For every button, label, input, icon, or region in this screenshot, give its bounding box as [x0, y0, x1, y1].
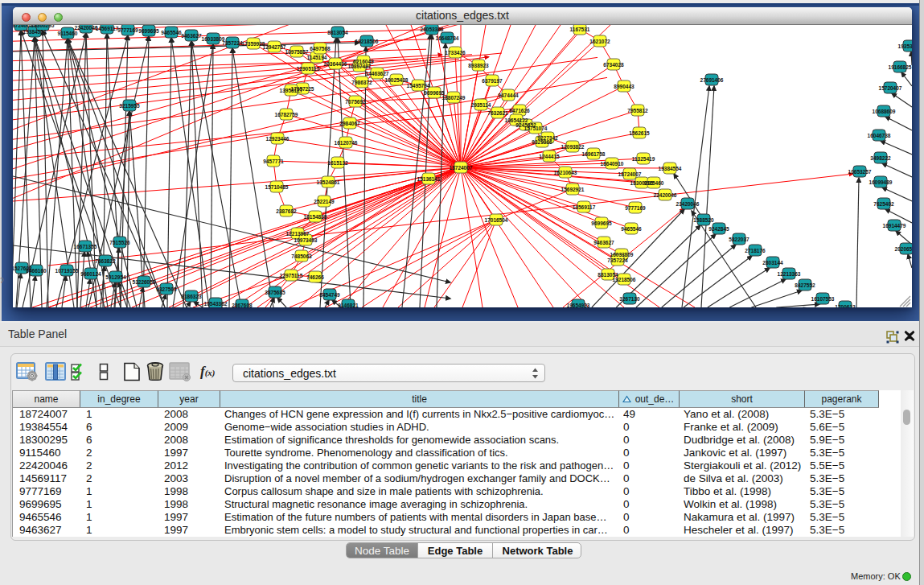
svg-text:3267130: 3267130: [619, 296, 640, 302]
svg-text:22420046: 22420046: [75, 25, 98, 31]
svg-text:9465546: 9465546: [621, 226, 642, 232]
svg-text:10807487: 10807487: [348, 64, 372, 69]
svg-text:19218506: 19218506: [355, 39, 379, 44]
svg-text:2803144: 2803144: [762, 260, 783, 266]
svg-text:5912954: 5912954: [105, 274, 126, 280]
svg-text:12213363: 12213363: [778, 271, 801, 277]
svg-text:19353594: 19353594: [898, 43, 912, 49]
svg-text:18724007: 18724007: [450, 165, 473, 171]
svg-text:9777169: 9777169: [625, 205, 646, 211]
svg-text:6466160: 6466160: [26, 268, 47, 274]
svg-text:1167531: 1167531: [570, 27, 590, 32]
svg-text:8471626: 8471626: [509, 108, 530, 113]
svg-text:16107553: 16107553: [811, 296, 835, 302]
svg-text:2867608: 2867608: [232, 303, 253, 308]
svg-text:26053346: 26053346: [421, 27, 444, 32]
svg-text:1733426: 1733426: [445, 50, 466, 56]
svg-text:16046738: 16046738: [868, 133, 891, 138]
svg-text:3875685: 3875685: [265, 290, 285, 295]
svg-text:9465546: 9465546: [161, 30, 182, 35]
svg-text:9699695: 9699695: [138, 28, 159, 34]
svg-text:16671355: 16671355: [74, 244, 97, 249]
svg-text:2718176: 2718176: [745, 248, 766, 253]
svg-text:17016504: 17016504: [485, 217, 508, 223]
svg-text:2522149: 2522149: [314, 199, 335, 204]
svg-text:1145194: 1145194: [307, 55, 327, 60]
svg-text:16961758: 16961758: [582, 151, 606, 157]
svg-text:19166825: 19166825: [889, 64, 912, 70]
svg-text:18724007: 18724007: [618, 171, 642, 177]
svg-text:14569117: 14569117: [573, 204, 596, 210]
svg-text:7663822: 7663822: [95, 258, 116, 264]
svg-text:14463627: 14463627: [366, 71, 389, 76]
svg-text:53226058: 53226058: [133, 279, 156, 285]
svg-text:10543362: 10543362: [204, 301, 228, 307]
svg-text:7357224: 7357224: [607, 257, 628, 263]
svg-text:2984067: 2984067: [339, 121, 360, 126]
svg-text:9463627: 9463627: [593, 240, 614, 245]
svg-text:10025438: 10025438: [385, 77, 409, 83]
svg-text:8938923: 8938923: [468, 63, 489, 68]
svg-text:15710485: 15710485: [265, 184, 289, 190]
svg-text:2935114: 2935114: [471, 102, 491, 108]
svg-text:12975115: 12975115: [280, 273, 303, 278]
svg-text:12905115: 12905115: [297, 66, 320, 72]
svg-text:16914479: 16914479: [883, 223, 906, 229]
svg-text:19654933: 19654933: [567, 303, 590, 308]
svg-text:6216049: 6216049: [353, 59, 374, 64]
svg-text:7357224: 7357224: [222, 40, 243, 46]
svg-text:7632621: 7632621: [487, 110, 508, 116]
svg-text:9474444: 9474444: [498, 93, 519, 98]
svg-text:20364436: 20364436: [324, 61, 347, 67]
svg-text:19384554: 19384554: [659, 166, 682, 171]
svg-text:16210643: 16210643: [554, 170, 577, 175]
svg-text:16782759: 16782759: [275, 112, 298, 117]
svg-text:8813054: 8813054: [327, 30, 348, 35]
svg-text:15720407: 15720407: [879, 85, 902, 91]
svg-text:5822037: 5822037: [729, 237, 749, 242]
svg-text:9115460: 9115460: [58, 31, 78, 36]
svg-text:9699695: 9699695: [591, 220, 612, 226]
svg-text:18724007: 18724007: [13, 25, 33, 28]
svg-text:16120746: 16120746: [335, 140, 358, 146]
svg-text:10975857: 10975857: [285, 49, 309, 55]
svg-text:7986372: 7986372: [351, 80, 372, 85]
svg-text:10719155: 10719155: [55, 268, 79, 274]
svg-text:22420046: 22420046: [654, 192, 677, 198]
svg-text:9146821: 9146821: [338, 303, 359, 308]
svg-text:19384554: 19384554: [23, 29, 47, 35]
svg-text:13524861: 13524861: [317, 179, 340, 185]
svg-text:1588520: 1588520: [693, 217, 714, 223]
svg-text:1244415: 1244415: [539, 154, 560, 159]
svg-text:3498222: 3498222: [870, 155, 891, 161]
svg-text:15495794: 15495794: [407, 83, 430, 89]
svg-text:746266: 746266: [306, 274, 324, 280]
svg-text:12942757: 12942757: [263, 44, 286, 50]
svg-text:9457771: 9457771: [263, 159, 284, 164]
svg-text:12213967: 12213967: [286, 231, 310, 237]
svg-text:13958127: 13958127: [280, 88, 303, 93]
svg-text:10973493: 10973493: [294, 237, 318, 243]
svg-text:6734028: 6734028: [603, 62, 624, 68]
svg-text:9660124: 9660124: [80, 271, 101, 277]
svg-text:15751074: 15751074: [524, 126, 548, 131]
svg-text:9463627: 9463627: [181, 33, 202, 39]
svg-text:8454749: 8454749: [319, 292, 340, 298]
svg-text:12093822: 12093822: [561, 144, 585, 150]
svg-text:14569117: 14569117: [96, 26, 119, 31]
svg-text:16648784: 16648784: [436, 35, 459, 41]
svg-text:11325419: 11325419: [632, 156, 655, 162]
svg-text:27691406: 27691406: [700, 77, 724, 83]
svg-text:16154838: 16154838: [304, 214, 327, 220]
svg-text:9242845: 9242845: [708, 226, 729, 232]
svg-text:1621072: 1621072: [589, 39, 610, 44]
svg-text:9227342: 9227342: [537, 135, 558, 141]
svg-text:1700612: 1700612: [835, 304, 856, 308]
svg-text:8186323: 8186323: [181, 294, 202, 299]
svg-text:7955812: 7955812: [627, 108, 648, 113]
svg-text:6497568: 6497568: [310, 46, 331, 51]
svg-text:9115460: 9115460: [644, 180, 664, 186]
svg-text:19218506: 19218506: [613, 277, 636, 282]
svg-text:15692921: 15692921: [561, 187, 585, 192]
svg-text:10688609: 10688609: [873, 109, 896, 114]
